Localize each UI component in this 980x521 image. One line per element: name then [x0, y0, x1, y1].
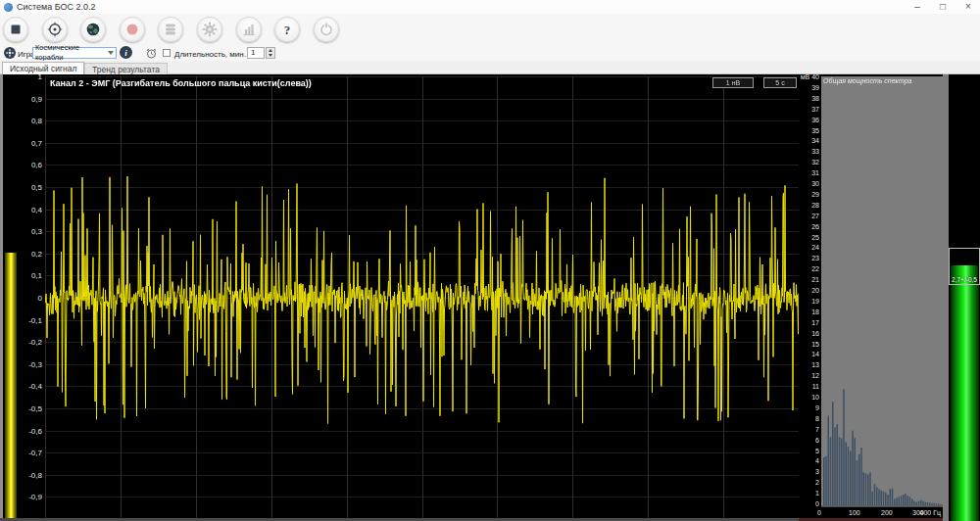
emg-y-tick: 0,6 [31, 161, 42, 169]
emg-y-tick: 0,3 [31, 227, 42, 236]
spectrum-y-tick: 18 [811, 308, 819, 315]
amplitude-scale-button[interactable]: 1 нВ [712, 77, 754, 88]
spectrum-y-tick: 32 [811, 159, 819, 166]
game-select[interactable]: Космические корабли [32, 47, 117, 59]
spectrum-panel: Общая мощность спектра [821, 76, 943, 507]
target-icon [47, 22, 63, 37]
spectrum-y-tick: 1 [815, 490, 819, 497]
app-window: Система БОС 2.0.2 – □ × ? Игра Космическ… [0, 0, 980, 521]
chart-button[interactable] [236, 17, 262, 42]
feedback-bar-left-fill [5, 253, 17, 519]
spectrum-y-tick: 11 [812, 383, 819, 390]
minimize-button[interactable]: – [911, 0, 923, 14]
spectrum-y-tick: 35 [811, 127, 819, 134]
target-button[interactable] [42, 17, 68, 42]
duration-input[interactable]: 1 [247, 47, 265, 59]
help-icon: ? [279, 22, 295, 37]
title-bar: Система БОС 2.0.2 – □ × [0, 0, 980, 14]
power-icon [318, 22, 334, 37]
spectrum-y-tick: 36 [811, 117, 819, 123]
game-settings-icon[interactable] [4, 47, 16, 59]
alarm-clock-icon [146, 48, 157, 61]
emg-y-tick: 0,4 [31, 206, 42, 214]
emg-chart: Канал 2 - ЭМГ (Разгибатель большого паль… [45, 74, 799, 521]
emg-y-tick: 0,5 [31, 183, 42, 192]
info-button[interactable]: i [120, 46, 132, 59]
spectrum-y-tick: 22 [811, 265, 819, 272]
record-icon [124, 22, 140, 37]
window-title: Система БОС 2.0.2 [17, 0, 96, 14]
app-icon [4, 3, 13, 12]
spectrum-y-tick: 25 [811, 234, 819, 241]
spectrum-title: Общая мощность спектра [823, 77, 912, 84]
tab-trend-result[interactable]: Тренд результата [84, 63, 168, 74]
feedback-bar-right: 2,7+/-0,5 [949, 74, 980, 521]
emg-y-tick: 0,7 [31, 139, 42, 148]
emg-y-tick: -0,3 [28, 360, 42, 369]
emg-y-tick: 0 [38, 294, 42, 303]
spectrum-y-axis: мВ 4039383736353433323130292827262524232… [799, 74, 821, 507]
spectrum-y-tick: 30 [811, 180, 819, 187]
spectrum-y-tick: 28 [811, 202, 819, 209]
emg-y-tick: 0,1 [31, 271, 42, 280]
chart-icon [241, 22, 257, 37]
spectrum-y-tick: 19 [811, 298, 819, 305]
controls-row: Игра Космические корабли i Длительность,… [0, 46, 980, 61]
close-button[interactable]: × [962, 0, 974, 14]
settings-button[interactable] [197, 17, 222, 42]
database-icon [163, 22, 178, 37]
spectrum-y-tick: 34 [811, 137, 819, 144]
database-button[interactable] [158, 17, 183, 42]
spectrum-y-tick: мВ 40 [801, 73, 819, 80]
svg-text:?: ? [284, 23, 291, 37]
spectrum-y-tick: 13 [811, 361, 819, 368]
spectrum-x-tick-unit: 400 Гц [920, 509, 941, 516]
duration-label: Длительность, мин. [174, 50, 246, 59]
spectrum-y-tick: 9 [815, 404, 819, 411]
spectrum-x-tick: 100 [849, 509, 860, 516]
spectrum-y-tick: 7 [815, 426, 819, 433]
spectrum-y-tick: 14 [811, 351, 819, 357]
emg-y-tick: -0,7 [28, 449, 42, 457]
spectrum-y-tick: 16 [811, 330, 819, 337]
toolbar: ? [0, 14, 980, 46]
record-button[interactable] [120, 17, 145, 42]
target-zone-label: 2,7+/-0,5 [952, 276, 977, 284]
feedback-bar-right-fill [951, 285, 979, 521]
emg-y-tick: 0,2 [31, 250, 42, 259]
spectrum-y-tick: 6 [815, 437, 819, 444]
spectrum-y-tick: 39 [811, 84, 819, 91]
spectrum-x-tick: 200 [881, 509, 893, 516]
spectrum-y-tick: 23 [811, 255, 819, 261]
emg-y-tick: -0,8 [28, 471, 42, 480]
stop-button[interactable] [3, 17, 28, 42]
spectrum-y-tick: 21 [811, 276, 819, 283]
spectrum-y-tick: 8 [815, 415, 819, 422]
game-select-value: Космические корабли [35, 43, 108, 63]
emg-y-tick: -0,9 [28, 493, 42, 501]
spectrum-y-tick: 17 [811, 319, 819, 326]
emg-chart-title: Канал 2 - ЭМГ (Разгибатель большого паль… [50, 78, 312, 88]
spectrum-y-tick: 33 [811, 148, 819, 155]
spectrum-y-tick: 29 [811, 191, 819, 198]
spinner-down-button[interactable] [267, 53, 274, 58]
spectrum-y-tick: 20 [811, 287, 819, 294]
spectrum-y-tick: 24 [811, 244, 819, 251]
maximize-button[interactable]: □ [937, 0, 949, 14]
duration-checkbox[interactable] [163, 49, 171, 57]
spectrum-y-tick: 0 [815, 500, 819, 507]
help-button[interactable]: ? [274, 17, 300, 42]
globe-icon [85, 22, 101, 37]
spectrum-y-tick: 27 [811, 213, 819, 219]
duration-spinner [266, 47, 275, 59]
chevron-down-icon [108, 51, 114, 55]
stop-icon [8, 22, 24, 37]
power-button[interactable] [314, 17, 339, 42]
time-scale-button[interactable]: 5 с [763, 77, 797, 88]
spectrum-y-tick: 2 [815, 479, 819, 486]
tab-source-signal[interactable]: Исходный сигнал [2, 62, 84, 74]
emg-y-tick: 0,8 [31, 117, 42, 125]
globe-button[interactable] [80, 17, 106, 42]
spectrum-y-tick: 31 [811, 169, 819, 176]
emg-y-tick: -0,6 [28, 427, 42, 436]
